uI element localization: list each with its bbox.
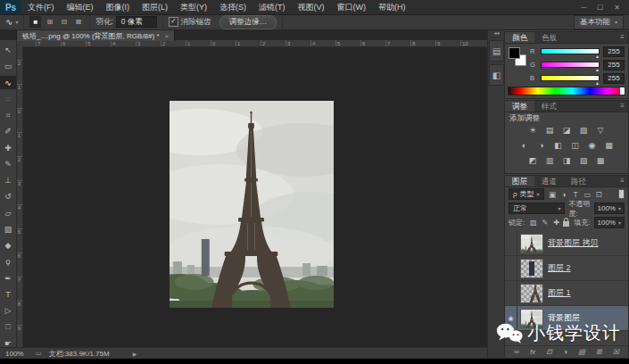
menu-item[interactable]: 视图(V): [292, 0, 331, 14]
vibrance-icon[interactable]: ▽: [594, 124, 608, 136]
new-group-icon[interactable]: ▤: [578, 348, 585, 356]
clone-stamp-tool[interactable]: ⊥: [0, 174, 16, 187]
blur-tool[interactable]: ◆: [0, 239, 16, 252]
gradient-map-icon[interactable]: ▧: [577, 154, 591, 167]
layer-row-background-copy[interactable]: 背景图层 拷贝: [505, 231, 628, 256]
link-layers-icon[interactable]: ∞: [514, 348, 519, 356]
brightness-contrast-icon[interactable]: ☀: [526, 124, 540, 136]
gradient-tool[interactable]: ▧: [0, 223, 16, 236]
layer-row-layer1[interactable]: 图层 1: [505, 281, 628, 306]
tab-styles[interactable]: 样式: [534, 101, 564, 112]
filter-type-layers-icon[interactable]: T: [571, 190, 581, 199]
channel-value[interactable]: 255: [603, 60, 625, 70]
rectangle-tool[interactable]: □: [0, 320, 16, 334]
invert-icon[interactable]: ◩: [526, 154, 540, 167]
opacity-field[interactable]: 100% ▾: [594, 203, 625, 214]
filter-kind-dropdown[interactable]: ρ 类型 ▾: [509, 188, 544, 200]
layer-name[interactable]: 图层 1: [548, 287, 571, 299]
menu-item[interactable]: 图像(I): [100, 0, 137, 14]
curves-icon[interactable]: ◪: [560, 124, 574, 136]
subtract-from-selection-mode[interactable]: ⊟: [58, 16, 70, 28]
panel-menu-icon[interactable]: ≡: [617, 32, 628, 43]
menu-item[interactable]: 编辑(E): [61, 0, 100, 14]
levels-icon[interactable]: ▤: [543, 124, 557, 136]
lasso-tool[interactable]: ∿: [0, 76, 16, 89]
channel-slider[interactable]: ▲: [541, 75, 600, 81]
channel-slider[interactable]: ▲: [541, 48, 600, 54]
workspace-switcher[interactable]: 基本功能 ▾: [574, 15, 624, 29]
menu-item[interactable]: 文件(F): [21, 0, 61, 14]
slider-thumb-icon[interactable]: ▲: [595, 67, 600, 72]
visibility-toggle[interactable]: [505, 281, 517, 305]
threshold-icon[interactable]: ◨: [560, 154, 574, 167]
feather-input[interactable]: 0 像素: [116, 16, 157, 28]
posterize-icon[interactable]: ▥: [543, 154, 557, 167]
rectangular-marquee-tool[interactable]: ▭: [0, 60, 16, 73]
quick-selection-tool[interactable]: ◌: [0, 93, 16, 106]
history-panel-button[interactable]: ▤: [489, 40, 504, 62]
dodge-tool[interactable]: ϙ: [0, 255, 16, 269]
history-brush-tool[interactable]: ↺: [0, 190, 16, 203]
antialias-checkbox[interactable]: ✓: [169, 17, 178, 27]
exposure-icon[interactable]: ▨: [577, 124, 591, 136]
lock-all-icon[interactable]: [563, 221, 569, 227]
slider-thumb-icon[interactable]: ▲: [595, 80, 600, 86]
layer-row-layer2[interactable]: 图层 2: [505, 256, 628, 281]
spot-healing-brush-tool[interactable]: ✚: [0, 141, 16, 154]
crop-tool[interactable]: ⌗: [0, 109, 16, 122]
blend-mode-dropdown[interactable]: 正常 ▾: [509, 203, 565, 214]
photo-filter-icon[interactable]: ◫: [568, 139, 582, 152]
channel-mixer-icon[interactable]: ◉: [585, 139, 599, 152]
tab-channels[interactable]: 通道: [534, 176, 564, 186]
panel-menu-icon[interactable]: ≡: [617, 101, 628, 112]
intersect-selection-mode[interactable]: ⊠: [72, 16, 84, 28]
brush-tool[interactable]: ✎: [0, 158, 16, 171]
visibility-toggle[interactable]: [505, 256, 517, 280]
selective-color-icon[interactable]: ▩: [594, 154, 608, 167]
status-arrow-icon[interactable]: ▶: [133, 351, 137, 357]
layer-name[interactable]: 图层 2: [548, 262, 571, 274]
menu-item[interactable]: 窗口(W): [331, 0, 373, 14]
close-tab-icon[interactable]: ×: [165, 32, 170, 40]
tab-color[interactable]: 颜色: [505, 32, 534, 43]
foreground-color-swatch[interactable]: [509, 47, 520, 59]
layer-mask-icon[interactable]: ⊡: [546, 348, 552, 356]
fill-field[interactable]: 100% ▾: [594, 217, 625, 228]
eyedropper-tool[interactable]: ✐: [0, 125, 16, 138]
move-tool[interactable]: ↖: [0, 44, 16, 57]
vertical-ruler[interactable]: 210123456789: [16, 47, 23, 347]
document-tab[interactable]: 铁塔_....png @ 100% (背景图层, RGB/8#) * ×: [16, 29, 175, 41]
new-layer-icon[interactable]: ⊞: [596, 348, 602, 356]
path-selection-tool[interactable]: ▷: [0, 304, 16, 318]
menu-item[interactable]: 帮助(H): [372, 0, 412, 14]
menu-item[interactable]: 图层(L): [136, 0, 174, 14]
layer-filter-toggle[interactable]: [618, 189, 625, 199]
filter-adjustment-layers-icon[interactable]: ◑: [559, 190, 569, 199]
tab-paths[interactable]: 路径: [564, 176, 593, 186]
layer-thumbnail[interactable]: [521, 235, 542, 252]
zoom-level-field[interactable]: 100%: [5, 350, 29, 358]
menu-item[interactable]: 类型(Y): [174, 0, 213, 14]
lock-pixels-icon[interactable]: ✎: [540, 218, 550, 228]
refine-edge-button[interactable]: 调整边缘…: [219, 15, 277, 29]
slider-thumb-icon[interactable]: ▲: [595, 54, 600, 59]
properties-panel-button[interactable]: ◧: [489, 64, 504, 86]
layer-name[interactable]: 背景图层 拷贝: [548, 237, 599, 249]
layer-style-icon[interactable]: fx: [530, 348, 535, 356]
layer-thumbnail[interactable]: [521, 285, 542, 302]
lock-position-icon[interactable]: ✚: [551, 218, 561, 228]
filter-pixel-layers-icon[interactable]: ▣: [548, 190, 558, 199]
tab-layers[interactable]: 图层: [505, 176, 534, 186]
tool-preset[interactable]: ∿ ▾: [0, 14, 24, 29]
close-icon[interactable]: ✕: [614, 4, 620, 12]
lock-transparency-icon[interactable]: ▨: [528, 218, 538, 228]
filter-shape-layers-icon[interactable]: ▭: [583, 190, 592, 199]
delete-layer-icon[interactable]: ☒: [613, 348, 619, 356]
channel-slider[interactable]: ▲: [541, 62, 600, 68]
horizontal-ruler[interactable]: 7654321012345678910: [23, 40, 487, 47]
layer-thumbnail[interactable]: [521, 260, 542, 277]
channel-value[interactable]: 255: [603, 73, 625, 84]
expand-panels-icon[interactable]: ◂◂: [488, 29, 505, 37]
black-white-icon[interactable]: ◧: [551, 139, 565, 152]
white-chip[interactable]: [620, 87, 625, 95]
